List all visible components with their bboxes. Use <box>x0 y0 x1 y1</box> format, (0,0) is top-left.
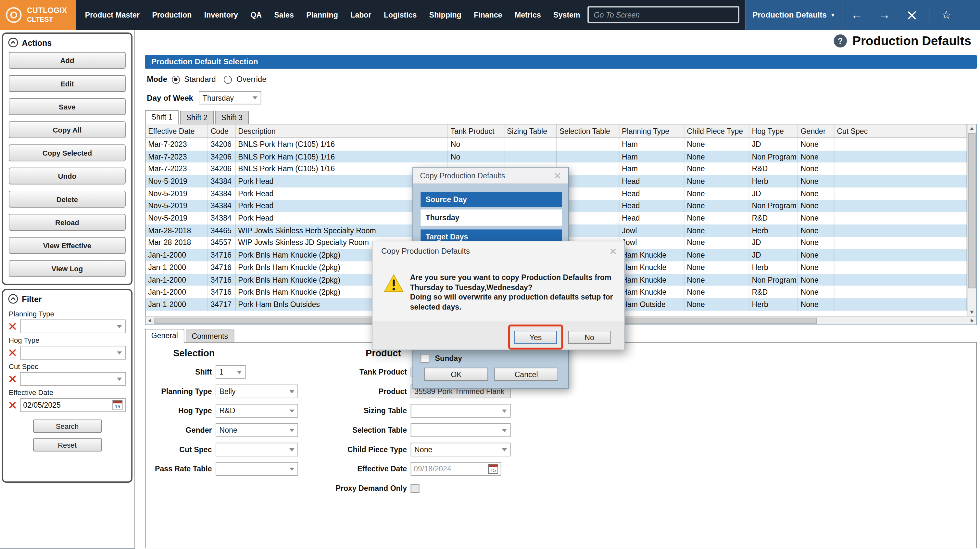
table-row[interactable]: Mar-7-202334206BNLS Pork Ham (C105) 1/16… <box>145 150 967 163</box>
filter-effective-date-value: 02/05/2025 <box>23 401 61 410</box>
proxy-demand-only-checkbox[interactable] <box>411 484 420 493</box>
effective-date-input[interactable]: 09/18/2024 15 <box>411 462 501 476</box>
reset-button[interactable]: Reset <box>33 438 102 451</box>
shift-select[interactable]: 1 <box>216 365 245 379</box>
menu-item-planning[interactable]: Planning <box>300 0 344 30</box>
menu-item-metrics[interactable]: Metrics <box>509 0 547 30</box>
tab-shift-1[interactable]: Shift 1 <box>145 110 179 124</box>
action-reload-button[interactable]: Reload <box>9 214 126 231</box>
menu-item-product-master[interactable]: Product Master <box>79 0 146 30</box>
tab-comments[interactable]: Comments <box>185 329 234 342</box>
column-header-description[interactable]: Description <box>236 124 448 137</box>
close-icon[interactable] <box>555 172 560 178</box>
no-button[interactable]: No <box>568 331 611 344</box>
radio-override[interactable] <box>224 75 232 83</box>
sunday-checkbox[interactable] <box>420 354 429 362</box>
pass-rate-table-select[interactable] <box>216 462 298 476</box>
planning-type-select[interactable]: Belly <box>216 385 298 398</box>
dialog-message-line: Doing so will overwrite any production d… <box>410 293 622 302</box>
logo-icon <box>5 6 22 24</box>
menu-item-system[interactable]: System <box>547 0 587 30</box>
column-header-effective-date[interactable]: Effective Date <box>145 124 208 137</box>
action-undo-button[interactable]: Undo <box>9 168 126 185</box>
forward-button[interactable]: → <box>870 0 898 30</box>
help-icon[interactable]: ? <box>834 34 847 48</box>
action-save-button[interactable]: Save <box>9 98 126 115</box>
scroll-left-button[interactable] <box>145 317 154 324</box>
clear-filter-icon[interactable] <box>9 349 16 356</box>
clear-filter-icon[interactable] <box>9 375 16 383</box>
dialog-titlebar[interactable]: Copy Production Defaults <box>413 168 568 184</box>
selection-table-select[interactable] <box>411 423 511 437</box>
day-of-week-select[interactable]: Thursday <box>199 91 261 104</box>
chevron-down-icon <box>502 448 507 451</box>
tab-shift-3[interactable]: Shift 3 <box>215 111 249 124</box>
vertical-scroll-thumb[interactable] <box>968 133 975 288</box>
cut-spec-select[interactable] <box>216 443 298 456</box>
vertical-scrollbar[interactable] <box>967 124 977 316</box>
menu-item-finance[interactable]: Finance <box>468 0 509 30</box>
column-header-code[interactable]: Code <box>208 124 236 137</box>
table-row[interactable]: Mar-7-202334206BNLS Pork Ham (C105) 1/16… <box>145 138 967 150</box>
search-button[interactable]: Search <box>33 420 102 433</box>
column-header-planning-type[interactable]: Planning Type <box>619 124 684 137</box>
close-icon[interactable] <box>610 249 616 254</box>
column-header-sizing-table[interactable]: Sizing Table <box>504 124 557 137</box>
column-header-hog-type[interactable]: Hog Type <box>749 124 798 137</box>
ok-button[interactable]: OK <box>425 368 488 381</box>
hog-type-select[interactable]: R&D <box>216 404 298 417</box>
menu-item-logistics[interactable]: Logistics <box>378 0 423 30</box>
selection-table-field: Selection Table <box>314 423 511 437</box>
gender-select[interactable]: None <box>216 423 298 437</box>
tab-general[interactable]: General <box>145 329 185 343</box>
action-view-log-button[interactable]: View Log <box>9 260 126 277</box>
sizing-table-select[interactable] <box>411 404 511 417</box>
cancel-button[interactable]: Cancel <box>494 368 558 381</box>
column-header-selection-table[interactable]: Selection Table <box>557 124 619 137</box>
source-day-item[interactable]: Thursday <box>420 209 562 226</box>
scroll-down-button[interactable] <box>967 308 976 316</box>
column-header-child-piece-type[interactable]: Child Piece Type <box>684 124 749 137</box>
menu-item-qa[interactable]: QA <box>244 0 268 30</box>
child-piece-type-select[interactable]: None <box>411 443 511 456</box>
column-header-gender[interactable]: Gender <box>798 124 835 137</box>
actions-panel-header[interactable]: Actions <box>3 34 132 51</box>
clear-filter-icon[interactable] <box>9 322 16 330</box>
menu-item-inventory[interactable]: Inventory <box>198 0 244 30</box>
scroll-right-button[interactable] <box>968 317 976 324</box>
filter-planning-type-select[interactable] <box>20 320 126 333</box>
scroll-up-button[interactable] <box>967 124 976 132</box>
go-to-screen-input[interactable] <box>587 6 740 23</box>
calendar-icon[interactable]: 15 <box>112 400 123 410</box>
action-add-button[interactable]: Add <box>9 52 126 69</box>
menu-item-production[interactable]: Production <box>146 0 198 30</box>
menu-item-sales[interactable]: Sales <box>268 0 300 30</box>
menu-item-labor[interactable]: Labor <box>344 0 378 30</box>
clear-filter-icon[interactable] <box>9 402 16 409</box>
day-of-week-row: Day of Week Thursday <box>147 91 261 104</box>
action-copy-all-button[interactable]: Copy All <box>9 121 126 138</box>
left-sidebar: Actions AddEditSaveCopy AllCopy Selected… <box>0 30 135 549</box>
action-view-effective-button[interactable]: View Effective <box>9 237 126 254</box>
calendar-icon[interactable]: 15 <box>488 464 498 474</box>
menu-item-shipping[interactable]: Shipping <box>423 0 468 30</box>
radio-standard[interactable] <box>172 75 180 83</box>
filter-panel-header[interactable]: Filter <box>3 290 132 307</box>
screen-selector-dropdown[interactable]: Production Defaults ▼ <box>745 0 842 30</box>
chevron-down-icon <box>290 390 294 393</box>
action-copy-selected-button[interactable]: Copy Selected <box>9 145 126 161</box>
proxy-demand-only-label: Proxy Demand Only <box>314 484 407 493</box>
close-screen-button[interactable] <box>898 0 926 30</box>
column-header-tank-product[interactable]: Tank Product <box>448 124 504 137</box>
action-edit-button[interactable]: Edit <box>9 75 126 92</box>
tab-shift-2[interactable]: Shift 2 <box>180 111 214 124</box>
filter-hog-type-select[interactable] <box>20 346 126 359</box>
back-button[interactable]: ← <box>843 0 870 30</box>
column-header-cut-spec[interactable]: Cut Spec <box>835 124 967 137</box>
app-logo[interactable]: CUTLOGIX CLTEST <box>0 0 76 30</box>
filter-cut-spec-select[interactable] <box>20 372 126 386</box>
yes-button[interactable]: Yes <box>514 331 557 344</box>
favorite-button[interactable]: ☆ <box>932 0 960 30</box>
filter-effective-date-input[interactable]: 02/05/2025 15 <box>20 398 126 412</box>
action-delete-button[interactable]: Delete <box>9 191 126 207</box>
